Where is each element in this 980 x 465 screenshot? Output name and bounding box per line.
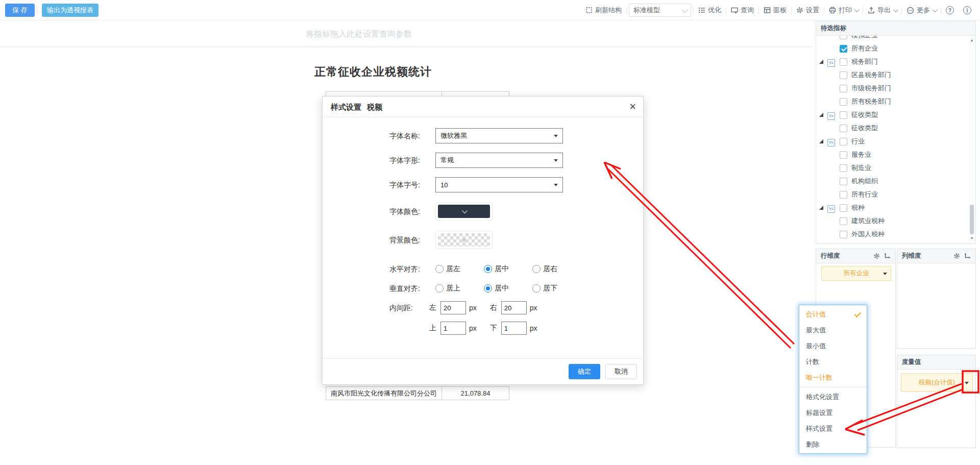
menu-item[interactable]: 计数 <box>799 354 867 370</box>
pad-left-input[interactable] <box>440 301 466 314</box>
gear-icon[interactable] <box>873 253 880 259</box>
radio-option[interactable]: 居中 <box>484 261 532 277</box>
expand-icon[interactable] <box>819 206 827 210</box>
tree-item[interactable]: T≡ 模拟企业 <box>816 36 969 42</box>
model-select[interactable]: 标准模型 <box>629 4 691 17</box>
font-style-select[interactable]: 常规 <box>435 153 563 168</box>
tree-item[interactable]: T≡ 机构组织 <box>816 175 969 188</box>
menu-item[interactable]: 删除 <box>799 436 867 452</box>
menu-item-label: 删除 <box>806 440 819 448</box>
padding-row-2: 上 px 下 px <box>323 321 643 336</box>
menu-item[interactable]: 样式设置 <box>799 421 867 436</box>
tree-item[interactable]: T≡ 所有税务部门 <box>816 95 969 108</box>
tree-item[interactable]: T≡ 制造业 <box>816 161 969 175</box>
checkbox[interactable] <box>840 85 847 92</box>
tree-item[interactable]: T≡ 服务业 <box>816 148 969 161</box>
chevron-down-icon <box>933 7 938 12</box>
dropdown-caret-icon[interactable] <box>965 382 969 384</box>
checkbox[interactable] <box>840 231 847 238</box>
bg-color-picker[interactable]: × <box>435 231 493 249</box>
scroll-down-arrow[interactable]: ▼ <box>969 235 975 241</box>
panel-button[interactable]: 面板 <box>759 6 791 15</box>
help-button[interactable]: ? <box>941 6 959 14</box>
expand-icon[interactable] <box>819 60 827 64</box>
menu-item[interactable]: 最小值 <box>799 338 867 354</box>
report-title: 正常征收企业税额统计 <box>271 64 475 80</box>
menu-item[interactable]: 合计值 <box>799 306 867 322</box>
tree-item-label: 模拟企业 <box>851 36 878 40</box>
checkbox[interactable] <box>840 164 847 172</box>
checkbox[interactable] <box>840 125 847 132</box>
menu-item[interactable] <box>799 387 867 387</box>
radio-option[interactable]: 居下 <box>532 281 581 296</box>
print-button[interactable]: 打印 <box>824 6 863 15</box>
transpose-icon[interactable] <box>884 253 891 259</box>
measure-pill[interactable]: 税额(合计值) <box>901 373 973 392</box>
radio-option[interactable]: 居上 <box>435 281 484 296</box>
info-button[interactable]: i <box>959 6 976 14</box>
tree-item[interactable]: T≡ 建筑业税种 <box>816 214 969 228</box>
tree-item[interactable]: T≡ 征收类型 <box>816 121 969 135</box>
checkbox[interactable] <box>840 204 847 212</box>
tree-item[interactable]: T≡ 税种 <box>816 201 969 214</box>
expand-icon[interactable] <box>819 113 827 117</box>
close-icon[interactable]: × <box>629 101 636 113</box>
checkbox[interactable] <box>840 45 847 53</box>
transpose-icon[interactable] <box>964 253 971 259</box>
query-param-dropzone[interactable]: 将指标拖入此处设置查询参数 <box>0 20 813 47</box>
tree-item[interactable]: T≡ 区县税务部门 <box>816 68 969 82</box>
checkbox[interactable] <box>840 58 847 66</box>
checkbox[interactable] <box>840 36 847 39</box>
checkbox[interactable] <box>840 111 847 119</box>
scroll-up-arrow[interactable]: ▲ <box>969 37 975 43</box>
radio-option[interactable]: 居左 <box>435 261 484 277</box>
tree-item[interactable]: T≡ 所有企业 <box>816 42 969 55</box>
refresh-structure-button[interactable]: 刷新结构 <box>581 6 626 15</box>
export-pivot-button[interactable]: 输出为透视报表 <box>42 4 99 17</box>
radio-option[interactable]: 居中 <box>484 281 532 296</box>
row-dimension-pill[interactable]: 所有企业 <box>821 266 891 281</box>
menu-item-label: 计数 <box>806 358 819 365</box>
tree-item[interactable]: T≡ 税务部门 <box>816 55 969 68</box>
checkbox[interactable] <box>840 151 847 159</box>
font-size-select[interactable]: 10 <box>435 177 563 192</box>
pad-top-input[interactable] <box>440 322 466 335</box>
font-name-value: 微软雅黑 <box>440 131 467 140</box>
dropdown-caret-icon[interactable] <box>883 273 887 275</box>
tree-item[interactable]: T≡ 外国人税种 <box>816 228 969 241</box>
pad-bottom-input[interactable] <box>501 322 527 335</box>
checkbox[interactable] <box>840 138 847 145</box>
menu-item[interactable]: 格式化设置 <box>799 389 867 405</box>
gear-icon[interactable] <box>953 253 960 259</box>
tree-item[interactable]: T≡ 行业 <box>816 135 969 148</box>
optimize-button[interactable]: 优化 <box>694 6 726 15</box>
font-name-select[interactable]: 微软雅黑 <box>435 128 563 143</box>
menu-item[interactable]: 最大值 <box>799 322 867 338</box>
ok-button[interactable]: 确定 <box>569 364 600 379</box>
settings-button[interactable]: 设置 <box>792 6 824 15</box>
font-color-picker[interactable] <box>435 202 493 221</box>
checkbox[interactable] <box>840 71 847 79</box>
query-button[interactable]: 查询 <box>726 6 758 15</box>
scrollbar-thumb[interactable] <box>970 205 974 234</box>
menu-item[interactable]: 唯一计数 <box>799 370 867 385</box>
h-align-group: 居左 居中 居右 <box>435 261 581 277</box>
pad-right-input[interactable] <box>501 301 527 314</box>
cancel-button[interactable]: 取消 <box>605 364 637 379</box>
checkbox[interactable] <box>840 217 847 225</box>
more-button[interactable]: 更多 <box>902 6 941 15</box>
dropzone-hint: 将指标拖入此处设置查询参数 <box>206 29 512 40</box>
checkbox[interactable] <box>840 178 847 185</box>
tree-item[interactable]: T≡ 征收类型 <box>816 108 969 121</box>
save-button[interactable]: 保 存 <box>5 4 35 17</box>
expand-icon[interactable] <box>819 139 827 143</box>
tree-item[interactable]: T≡ 所有行业 <box>816 188 969 201</box>
menu-item[interactable]: 标题设置 <box>799 405 867 421</box>
checkbox[interactable] <box>840 98 847 106</box>
export-button[interactable]: 导出 <box>863 6 901 15</box>
tree-item-label: 制造业 <box>851 163 871 173</box>
tree-item[interactable]: T≡ 市级税务部门 <box>816 82 969 95</box>
checkbox[interactable] <box>840 191 847 199</box>
tree-scrollbar[interactable]: ▲ ▼ <box>969 36 975 242</box>
radio-option[interactable]: 居右 <box>532 261 581 277</box>
